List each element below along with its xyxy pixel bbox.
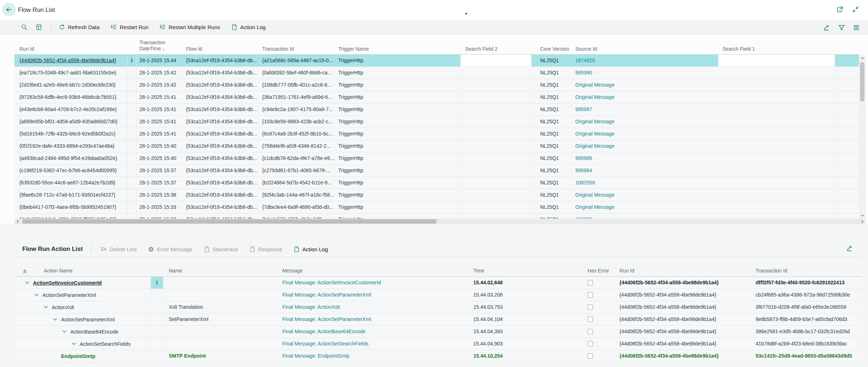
message-link[interactable]: Final Message: ActionSetParameterXml: [277, 289, 467, 301]
column-header-transaction-datetime-[interactable]: Transaction DateTime ↓: [136, 40, 183, 54]
search-field-2-cell[interactable]: [461, 165, 532, 176]
has-error-checkbox[interactable]: [588, 329, 593, 334]
run-id-cell[interactable]: {4a9e888d-b2eb-48bb-8062-ff885eb35ed4}: [14, 214, 127, 219]
scroll-up-icon[interactable]: [859, 55, 865, 61]
flow-run-row[interactable]: {fcf832d0-55ce-44c6-ae87-12b4a2e7b2d9}28…: [14, 177, 859, 189]
source-id-link[interactable]: 1092559: [575, 180, 595, 185]
flow-run-row[interactable]: {e43e6cb8-80a4-4709-b7c2-4e20c2af166e}28…: [14, 104, 859, 116]
flow-run-row[interactable]: {2d1f8ed1-a2e5-46e6-bb7c-2d30ecbfe230}28…: [14, 79, 859, 91]
toolbar-button-restart-multiple-runs[interactable]: Restart Multiple Runs: [159, 24, 220, 31]
flow-run-row[interactable]: {ea716c75-0348-49c7-aa91-fda631155cbe}28…: [14, 67, 859, 79]
search-field-2-cell[interactable]: [461, 177, 532, 189]
chevron-down-icon[interactable]: [43, 304, 49, 310]
run-id-cell[interactable]: {a699e95b-bf01-4d58-a5d9-835a868d27d0}: [14, 116, 127, 128]
message-link[interactable]: Final Message: ActionSetSearchFields: [277, 338, 467, 350]
search-field-1-cell[interactable]: [718, 177, 835, 189]
source-id-link[interactable]: Original Message: [575, 204, 614, 210]
search-field-1-cell[interactable]: [718, 91, 835, 103]
search-field-1-cell[interactable]: [718, 152, 835, 164]
message-link[interactable]: Final Message: ActionBase64Encode: [277, 326, 467, 338]
row-more-icon[interactable]: ⋮: [154, 280, 159, 285]
run-id-cell[interactable]: {97283c58-6dfb-4ec9-93b9-46b8cdc7b551}: [14, 91, 127, 103]
message-link[interactable]: Final Message: ActionXslt: [277, 301, 467, 313]
source-id-link[interactable]: Original Message: [575, 143, 614, 149]
action-row[interactable]: ActionSetSearchFieldsFinal Message: Acti…: [14, 338, 862, 350]
run-id-cell[interactable]: {c196f219-5382-47ec-b7b6-ac8454d00995}: [14, 165, 127, 176]
action-row[interactable]: ActionSetParameterXmlSetParameterXmlFina…: [14, 313, 862, 326]
has-error-checkbox[interactable]: [588, 280, 593, 285]
toolbar-button-action-log[interactable]: Action Log: [293, 246, 328, 253]
flow-run-row[interactable]: {a4938cad-2484-495d-9f54-e28daa0a052e}28…: [14, 152, 859, 165]
column-header-trigger-name[interactable]: Trigger Name: [334, 46, 461, 54]
search-field-2-cell[interactable]: [461, 55, 532, 66]
search-field-1-cell[interactable]: [718, 116, 835, 128]
run-id-cell[interactable]: {5d161546-72fb-432b-b6c9-92ed5b0f2a2c}: [14, 128, 127, 140]
run-id-cell[interactable]: {0beb4417-07f2-4aea-8f0b-5b9952451907}: [14, 201, 127, 213]
action-name-cell[interactable]: EndpointSmtp: [14, 350, 151, 362]
column-header-transaction-id[interactable]: Transaction Id: [259, 46, 334, 54]
action-name-cell[interactable]: ActionSetInvoiceCustomerId: [14, 277, 151, 289]
source-id-link[interactable]: Original Message: [575, 82, 614, 88]
source-id-link[interactable]: Original Message: [575, 119, 614, 124]
action-row[interactable]: ActionSetInvoiceCustomerId⋮Final Message…: [14, 277, 862, 289]
message-link[interactable]: Final Message: ActionSetInvoiceCustomerI…: [277, 277, 467, 289]
action-name-cell[interactable]: ActionSetParameterXml: [14, 313, 151, 325]
run-id-cell[interactable]: {2d1f8ed1-a2e5-46e6-bb7c-2d30ecbfe230}: [14, 79, 127, 91]
column-header-action-name[interactable]: Action Name: [14, 268, 151, 276]
chevron-down-icon[interactable]: [71, 341, 77, 347]
column-header-core-version[interactable]: Core Version: [532, 46, 571, 54]
share-icon[interactable]: [846, 244, 854, 252]
filter-icon[interactable]: [838, 24, 845, 31]
search-field-1-cell[interactable]: [718, 79, 835, 91]
horizontal-scrollbar[interactable]: [14, 219, 859, 224]
flow-run-row[interactable]: {4a9e888d-b2eb-48bb-8062-ff885eb35ed4}28…: [14, 214, 859, 219]
action-row[interactable]: EndpointSmtpSMTP EndpointFinal Message: …: [14, 350, 862, 362]
search-field-1-cell[interactable]: [718, 55, 835, 66]
source-id-link[interactable]: Original Message: [575, 131, 614, 137]
column-header-flow-id[interactable]: Flow Id: [183, 46, 259, 54]
has-error-checkbox[interactable]: [588, 292, 593, 298]
run-id-cell[interactable]: {0f1f192e-dafe-4333-8894-e293c47ae46a}: [14, 140, 127, 152]
search-field-2-cell[interactable]: [461, 214, 532, 219]
flow-run-row[interactable]: {a699e95b-bf01-4d58-a5d9-835a868d27d0}28…: [14, 116, 859, 128]
share-icon[interactable]: [823, 24, 831, 31]
column-header-search-field-2[interactable]: Search Field 2: [461, 46, 532, 54]
run-id-cell[interactable]: {e43e6cb8-80a4-4709-b7c2-4e20c2af166e}: [14, 104, 127, 115]
flow-run-row[interactable]: {97283c58-6dfb-4ec9-93b9-46b8cdc7b551}28…: [14, 91, 859, 104]
search-field-1-cell[interactable]: [718, 165, 835, 176]
collapse-window-icon[interactable]: [851, 5, 859, 13]
flow-run-row[interactable]: {c196f219-5382-47ec-b7b6-ac8454d00995}28…: [14, 165, 859, 177]
column-header-run-id[interactable]: Run Id: [611, 268, 740, 276]
flow-run-row[interactable]: {9fae6c28-712c-47a8-b171-93501ecf4237}28…: [14, 189, 859, 201]
action-row[interactable]: ActionSetParameterXmlFinal Message: Acti…: [14, 289, 862, 301]
search-field-2-cell[interactable]: [461, 128, 532, 140]
toolbar-button-restart-run[interactable]: Restart Run: [110, 24, 148, 31]
action-name-cell[interactable]: ActionXslt: [14, 301, 151, 313]
flow-run-row[interactable]: {0beb4417-07f2-4aea-8f0b-5b9952451907}28…: [14, 201, 859, 214]
chevron-down-icon[interactable]: [34, 292, 40, 298]
source-id-link[interactable]: 995987: [575, 106, 592, 112]
search-field-2-cell[interactable]: [461, 152, 532, 164]
has-error-checkbox[interactable]: [588, 304, 593, 310]
grid-icon[interactable]: [36, 24, 42, 31]
search-field-1-cell[interactable]: [718, 67, 835, 79]
chevron-down-icon[interactable]: [62, 329, 68, 335]
column-header-transaction-id[interactable]: Transaction Id: [740, 268, 862, 276]
run-id-cell[interactable]: {a4938cad-2484-495d-9f54-e28daa0a052e}: [14, 152, 127, 164]
search-field-1-cell[interactable]: [718, 201, 835, 213]
action-name-cell[interactable]: ActionSetParameterXml: [14, 289, 151, 301]
row-more-icon[interactable]: ⋮: [129, 58, 134, 63]
search-field-1-cell[interactable]: [718, 189, 835, 201]
column-header-has-error[interactable]: Has Error: [575, 268, 611, 276]
column-header-source-id[interactable]: Source Id: [571, 46, 718, 54]
run-id-cell[interactable]: {ea716c75-0348-49c7-aa91-fda631155cbe}: [14, 67, 127, 79]
source-id-link[interactable]: 995985: [575, 155, 592, 161]
action-row[interactable]: ActionBase64EncodeFinal Message: ActionB…: [14, 326, 862, 338]
collapse-all-icon[interactable]: [22, 269, 28, 274]
search-field-2-cell[interactable]: [461, 116, 532, 128]
flow-run-row[interactable]: {0f1f192e-dafe-4333-8894-e293c47ae46a}28…: [14, 140, 859, 152]
message-link[interactable]: Final Message: EndpointSmtp: [277, 350, 467, 362]
search-field-2-cell[interactable]: [461, 201, 532, 213]
action-row[interactable]: ActionXsltXslt TranslationFinal Message:…: [14, 301, 862, 313]
source-id-link[interactable]: Original Message: [575, 94, 614, 100]
